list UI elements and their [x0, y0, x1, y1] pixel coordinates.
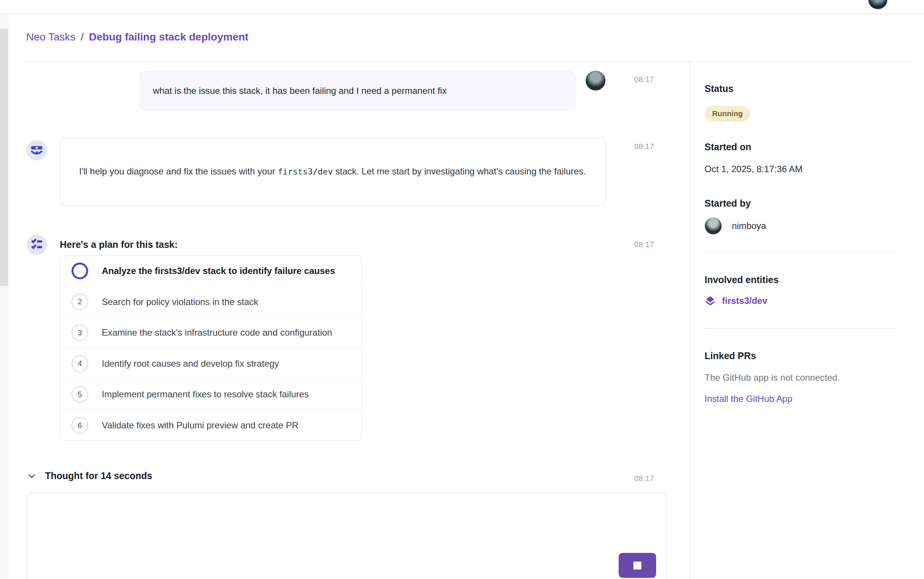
plan-step-4: 4 Identify root causes and develop fix s… — [60, 348, 361, 379]
chevron-down-icon[interactable] — [27, 471, 37, 481]
user-message-text: what is the issue this stack, it has bee… — [153, 85, 446, 96]
top-bar — [0, 0, 924, 15]
install-github-app-link[interactable]: Install the GitHub App — [705, 394, 792, 404]
thought-timestamp: 08:17 — [634, 474, 676, 483]
entity-link[interactable]: firsts3/dev — [722, 296, 767, 306]
in-progress-spinner-icon — [72, 263, 88, 279]
page-title: Debug failing stack deployment — [89, 31, 248, 43]
step-number-badge: 3 — [72, 324, 88, 341]
stop-button[interactable] — [619, 553, 656, 578]
started-on-heading: Started on — [705, 142, 751, 152]
user-avatar — [585, 70, 606, 91]
thought-label: Thought for 14 seconds — [45, 470, 152, 481]
plan-step-label: Examine the stack's infrastructure code … — [102, 327, 332, 338]
step-number-badge: 5 — [72, 386, 88, 402]
username: nimboya — [732, 221, 766, 231]
step-number-badge: 4 — [72, 355, 88, 372]
left-scrollbar-thumb[interactable] — [0, 29, 8, 286]
user-avatar — [705, 217, 722, 235]
user-message-timestamp: 08:17 — [634, 75, 676, 84]
plan-list: Analyze the firsts3/dev stack to identif… — [60, 255, 362, 441]
github-not-connected-text: The GitHub app is not connected. — [705, 372, 840, 383]
plan-step-label: Identify root causes and develop fix str… — [102, 358, 279, 369]
sidebar-rule — [705, 252, 896, 252]
header-divider — [26, 61, 910, 62]
plan-step-1: Analyze the firsts3/dev stack to identif… — [60, 256, 361, 287]
robot-face-icon — [29, 142, 44, 158]
user-message: what is the issue this stack, it has bee… — [140, 71, 576, 111]
entity-row: firsts3/dev — [705, 295, 767, 306]
stop-icon — [633, 562, 642, 569]
agent-message-text: I'll help you diagnose and fix the issue… — [79, 164, 586, 180]
plan-step-5: 5 Implement permanent fixes to resolve s… — [60, 379, 361, 410]
message-input[interactable] — [28, 493, 666, 579]
agent-avatar — [26, 140, 47, 160]
breadcrumb-separator: / — [81, 31, 83, 43]
status-heading: Status — [705, 83, 733, 94]
plan-avatar — [26, 235, 47, 255]
involved-entities-heading: Involved entities — [705, 274, 779, 285]
agent-message-timestamp: 08:17 — [634, 142, 676, 151]
composer — [27, 493, 666, 579]
thought-toggle[interactable]: Thought for 14 seconds — [27, 470, 152, 481]
account-avatar[interactable] — [868, 0, 888, 10]
started-by-heading: Started by — [705, 198, 751, 209]
stack-layers-icon — [705, 295, 716, 306]
checklist-icon — [30, 237, 44, 252]
sidebar-divider — [689, 62, 690, 579]
started-by-user: nimboya — [705, 217, 766, 235]
plan-step-3: 3 Examine the stack's infrastructure cod… — [60, 317, 361, 348]
breadcrumb-neo-tasks[interactable]: Neo Tasks — [26, 31, 75, 43]
plan-step-2: 2 Search for policy violations in the st… — [60, 287, 361, 318]
plan-title: Here's a plan for this task: — [60, 239, 178, 250]
step-number-badge: 6 — [72, 417, 88, 434]
started-on-value: Oct 1, 2025, 8:17:36 AM — [705, 164, 803, 175]
left-scrollbar-track[interactable] — [0, 15, 8, 579]
linked-prs-heading: Linked PRs — [705, 350, 756, 361]
stack-name-code: firsts3/dev — [278, 167, 333, 177]
sidebar-rule — [705, 328, 896, 329]
plan-step-label: Search for policy violations in the stac… — [102, 297, 258, 307]
status-badge: Running — [705, 106, 750, 121]
breadcrumb: Neo Tasks/Debug failing stack deployment — [26, 31, 248, 43]
step-number-badge: 2 — [72, 294, 88, 310]
main-content: Neo Tasks/Debug failing stack deployment… — [9, 15, 681, 579]
agent-message: I'll help you diagnose and fix the issue… — [60, 138, 606, 206]
plan-step-label: Validate fixes with Pulumi preview and c… — [102, 420, 299, 431]
plan-timestamp: 08:17 — [634, 240, 676, 249]
plan-step-6: 6 Validate fixes with Pulumi preview and… — [60, 410, 361, 441]
plan-step-label: Implement permanent fixes to resolve sta… — [102, 389, 309, 400]
plan-step-label: Analyze the firsts3/dev stack to identif… — [102, 266, 335, 276]
